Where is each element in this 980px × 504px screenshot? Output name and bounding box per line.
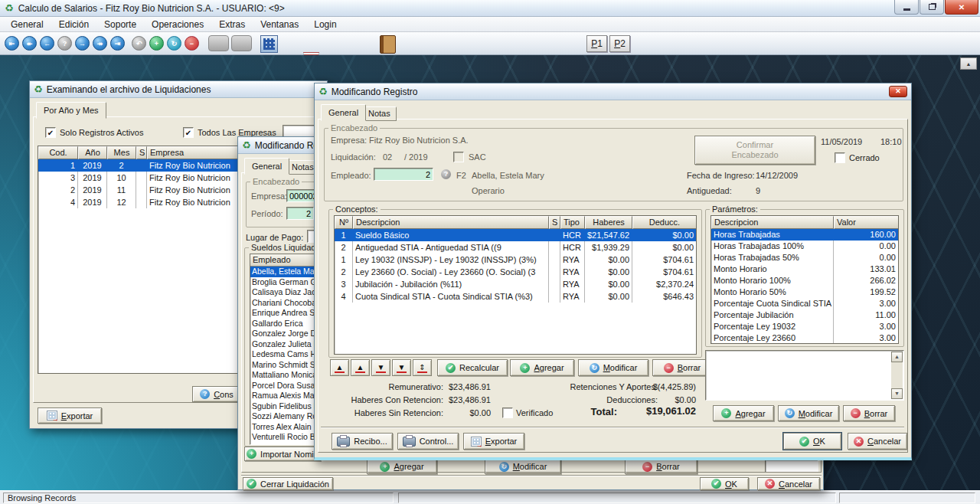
- col-haberes[interactable]: Haberes: [585, 216, 632, 229]
- cell-haberes: $1,939.29: [585, 241, 632, 254]
- liquidacion-label: Liquidación:: [331, 152, 376, 162]
- confirmar-encabezado-button[interactable]: Confirmar Encabezado: [694, 136, 815, 165]
- concepto-row[interactable]: 3 Jubilación - Jubilación (%11) RYA $0.0…: [335, 278, 696, 290]
- parametro-row[interactable]: Monto Horario 50% 199.52: [711, 286, 898, 298]
- close-icon: ✕: [959, 3, 965, 11]
- cell-valor: 0.00: [834, 241, 898, 252]
- main-titlebar[interactable]: ♻ Calculo de Salarios - Fitz Roy Bio Nut…: [0, 0, 980, 17]
- col-descripcion[interactable]: Descripcion: [711, 216, 834, 229]
- registro-close-button[interactable]: ✕: [889, 86, 907, 97]
- tab-general[interactable]: General: [321, 104, 366, 121]
- nav-last-button[interactable]: ⇥: [110, 36, 125, 51]
- blank-button-2[interactable]: [231, 35, 252, 51]
- nav-first-button[interactable]: ⇤: [5, 36, 19, 51]
- menu-item[interactable]: Ventanas: [253, 18, 306, 31]
- menu-item[interactable]: General: [3, 18, 51, 31]
- cross-icon: ✕: [765, 479, 775, 489]
- parametros-header-row: Descripcion Valor: [711, 216, 898, 229]
- blank-button-1[interactable]: [208, 35, 229, 51]
- close-button[interactable]: ✕: [945, 0, 978, 15]
- cell-valor: 11.00: [834, 309, 898, 321]
- concepto-row[interactable]: 1 Ley 19032 (INSSJP) - Ley 19032 (INSSJP…: [335, 254, 696, 266]
- p1-button[interactable]: P1: [586, 35, 607, 52]
- cell-descripcion: Horas Trabajadas 50%: [711, 252, 834, 263]
- nav-prev-button[interactable]: ←: [40, 36, 54, 51]
- fecha-ingreso-label: Fecha de Ingreso:: [687, 171, 755, 180]
- menu-item[interactable]: Operaciones: [144, 18, 211, 31]
- cell-s: [549, 254, 560, 266]
- cell-s: [549, 266, 560, 278]
- empresa-label: Empresa:: [331, 136, 367, 145]
- parametro-row[interactable]: Porcentaje Ley 19032 3.00: [711, 321, 898, 332]
- menu-item[interactable]: Edición: [51, 18, 96, 31]
- parametros-grid[interactable]: Descripcion Valor Horas Trabajadas 160.0…: [710, 215, 899, 344]
- nav-next-button[interactable]: →: [75, 36, 90, 51]
- cell-n: 4: [335, 290, 353, 303]
- parametro-row[interactable]: Porcentaje Ley 23660 3.00: [711, 332, 898, 344]
- tab-general[interactable]: General: [244, 158, 289, 175]
- address-book-icon[interactable]: [380, 35, 396, 54]
- separator: [241, 475, 822, 476]
- nav-help-button[interactable]: ?: [57, 36, 72, 51]
- liq-cancelar-button[interactable]: ✕ Cancelar: [757, 477, 820, 490]
- cell-tipo: RYA: [560, 290, 585, 303]
- delete-record-button[interactable]: −: [185, 36, 199, 51]
- col-valor[interactable]: Valor: [834, 216, 898, 229]
- concepto-row[interactable]: 4 Cuota Sindical STIA - Cuota Sindical S…: [335, 290, 696, 303]
- cell-deducc: $704.61: [632, 254, 696, 266]
- app-icon: ♻: [34, 84, 43, 94]
- parametro-row[interactable]: Horas Trabajadas 50% 0.00: [711, 252, 898, 263]
- companies-icon[interactable]: [260, 35, 278, 53]
- col-n[interactable]: Nº: [335, 216, 353, 229]
- conceptos-grid[interactable]: Nº Descripcion S Tipo Haberes Deducc. 1 …: [334, 215, 697, 355]
- empleado-help-icon[interactable]: ?: [441, 169, 451, 179]
- menu-item[interactable]: Extras: [211, 18, 253, 31]
- parametro-row[interactable]: Monto Horario 100% 266.02: [711, 275, 898, 286]
- sac-checkbox[interactable]: [453, 152, 464, 162]
- cell-descripcion: Antiguedad STIA - Antiguedad STIA ((9: [353, 241, 549, 254]
- col-tipo[interactable]: Tipo: [560, 216, 585, 229]
- periodo-input[interactable]: [286, 207, 314, 220]
- parametro-row[interactable]: Monto Horario 133.01: [711, 263, 898, 275]
- cerrado-checkbox[interactable]: [835, 152, 845, 163]
- concepto-row[interactable]: 1 Sueldo Básico HCR $21,547.62 $0.00: [335, 229, 696, 241]
- cell-descripcion: Sueldo Básico: [353, 229, 549, 241]
- cell-descripcion: Porcentaje Jubilación: [711, 309, 834, 321]
- parametro-row[interactable]: Horas Trabajadas 100% 0.00: [711, 241, 898, 252]
- menu-item[interactable]: Soporte: [96, 18, 144, 31]
- fecha-value: 11/05/2019: [821, 137, 862, 146]
- nav-prev-fast-button[interactable]: ↞: [22, 36, 37, 51]
- col-descripcion[interactable]: Descripcion: [353, 216, 549, 229]
- concepto-row[interactable]: 2 Antiguedad STIA - Antiguedad STIA ((9 …: [335, 241, 696, 254]
- empresa-value: Fitz Roy Bio Nutricion S.A.: [369, 136, 469, 145]
- examinando-titlebar[interactable]: ♻ Examinando el archivo de Liquidaciones: [30, 81, 327, 98]
- registro-titlebar[interactable]: ♻ Modificando Registro ✕: [315, 83, 911, 100]
- exportar-button[interactable]: → Exportar: [38, 407, 102, 424]
- minimize-button[interactable]: [894, 0, 919, 15]
- refresh-record-button[interactable]: ↻: [167, 36, 181, 51]
- parametro-row[interactable]: Horas Trabajadas 160.00: [711, 229, 898, 241]
- nav-next-fast-button[interactable]: ↠: [93, 36, 107, 51]
- undo-button[interactable]: ↶: [132, 36, 146, 51]
- liq-ok-button[interactable]: ✔ OK: [700, 477, 749, 490]
- cell-tipo: RYA: [560, 254, 585, 266]
- cell-valor: 0.00: [834, 252, 898, 263]
- tab-por-ano-y-mes[interactable]: Por Año y Mes: [36, 102, 106, 119]
- cerrar-liquidacion-button[interactable]: ✔ Cerrar Liquidación: [243, 477, 333, 490]
- toolbar-overflow-button[interactable]: ▲: [960, 57, 977, 70]
- parametro-row[interactable]: Porcentaje Cuota Sindical STIA 3.00: [711, 298, 898, 309]
- parametro-row[interactable]: Porcentaje Jubilación 11.00: [711, 309, 898, 321]
- add-record-button[interactable]: +: [149, 36, 164, 51]
- cell-valor: 199.52: [834, 286, 898, 298]
- menu-item[interactable]: Login: [306, 18, 344, 31]
- concepto-row[interactable]: 2 Ley 23660 (O. Social) - Ley 23660 (O. …: [335, 266, 696, 278]
- p2-button[interactable]: P2: [609, 35, 630, 52]
- cell-descripcion: Horas Trabajadas 100%: [711, 241, 834, 252]
- col-s[interactable]: S: [549, 216, 560, 229]
- cell-descripcion: Porcentaje Ley 19032: [711, 321, 834, 332]
- conceptos-header-row: Nº Descripcion S Tipo Haberes Deducc.: [335, 216, 696, 229]
- empleado-input[interactable]: [374, 168, 433, 181]
- col-deducc[interactable]: Deducc.: [632, 216, 696, 229]
- restore-button[interactable]: [920, 0, 944, 15]
- tab-notas[interactable]: Notas: [362, 106, 397, 121]
